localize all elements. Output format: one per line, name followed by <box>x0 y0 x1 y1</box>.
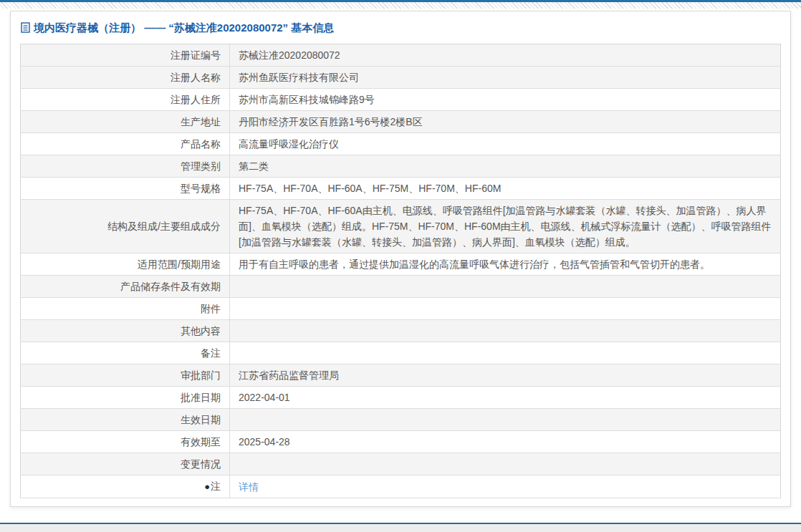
row-value: 苏州鱼跃医疗科技有限公司 <box>230 67 781 89</box>
table-row: 生效日期 <box>21 409 781 431</box>
top-stripe-pattern <box>0 2 801 9</box>
footer-band <box>0 524 801 532</box>
row-label: 变更情况 <box>21 453 230 475</box>
row-value: 2022-04-01 <box>230 387 781 409</box>
table-row: 审批部门 江苏省药品监督管理局 <box>21 364 781 387</box>
table-row: 型号规格 HF-75A、HF-70A、HF-60A、HF-75M、HF-70M、… <box>21 178 781 200</box>
row-label: 生效日期 <box>21 409 230 431</box>
details-link[interactable]: 详情 <box>239 481 259 493</box>
table-row: 生产地址 丹阳市经济开发区百胜路1号6号楼2楼B区 <box>21 111 781 133</box>
document-icon <box>21 22 30 35</box>
row-value: 高流量呼吸湿化治疗仪 <box>230 133 781 155</box>
row-value: HF-75A、HF-70A、HF-60A、HF-75M、HF-70M、HF-60… <box>230 178 781 200</box>
row-value: 丹阳市经济开发区百胜路1号6号楼2楼B区 <box>230 111 781 133</box>
row-label: 管理类别 <box>21 155 230 178</box>
table-row: 注册人住所 苏州市高新区科技城锦峰路9号 <box>21 89 781 111</box>
row-label: 生产地址 <box>21 111 230 133</box>
row-value: 2025-04-28 <box>230 431 781 453</box>
row-label: 附件 <box>21 298 230 320</box>
table-row: 变更情况 <box>21 453 781 475</box>
table-row: 有效期至 2025-04-28 <box>21 431 781 453</box>
table-row: 其他内容 <box>21 320 781 342</box>
row-value <box>230 320 781 342</box>
content-panel: 境内医疗器械（注册） —— “苏械注准20202080072” 基本信息 注册证… <box>10 11 791 507</box>
page-title: 境内医疗器械（注册） —— “苏械注准20202080072” 基本信息 <box>20 20 781 44</box>
table-row: 产品名称 高流量呼吸湿化治疗仪 <box>21 133 781 155</box>
row-label: 结构及组成/主要组成成分 <box>21 200 230 253</box>
row-label: 产品名称 <box>21 133 230 155</box>
row-value <box>230 276 781 298</box>
row-label: 批准日期 <box>21 387 230 409</box>
row-label: 有效期至 <box>21 431 230 453</box>
table-row: 附件 <box>21 298 781 320</box>
row-value: HF-75A、HF-70A、HF-60A由主机、电源线、呼吸管路组件[加温管路与… <box>230 200 781 253</box>
row-value: 详情 <box>230 475 781 498</box>
row-label: 其他内容 <box>21 320 230 342</box>
note-icon: ● <box>204 479 210 495</box>
bottom-spacer <box>0 507 801 523</box>
table-row: 注册证编号 苏械注准20202080072 <box>21 44 781 67</box>
table-row: 注册人名称 苏州鱼跃医疗科技有限公司 <box>21 67 781 89</box>
page-title-text: 境内医疗器械（注册） —— “苏械注准20202080072” 基本信息 <box>34 21 334 35</box>
note-label: 注 <box>211 480 221 492</box>
table-row: 产品储存条件及有效期 <box>21 276 781 298</box>
row-label: 型号规格 <box>21 178 230 200</box>
row-label: 注册人住所 <box>21 89 230 111</box>
row-label: 审批部门 <box>21 364 230 387</box>
row-value: 第二类 <box>230 155 781 178</box>
row-value: 江苏省药品监督管理局 <box>230 364 781 387</box>
table-row: 批准日期 2022-04-01 <box>21 387 781 409</box>
table-row: 结构及组成/主要组成成分 HF-75A、HF-70A、HF-60A由主机、电源线… <box>21 200 781 253</box>
row-label: ●注 <box>21 475 230 498</box>
row-label: 备注 <box>21 342 230 364</box>
row-value <box>230 453 781 475</box>
row-value <box>230 409 781 431</box>
table-row: 适用范围/预期用途 用于有自主呼吸的患者，通过提供加温湿化的高流量呼吸气体进行治… <box>21 253 781 276</box>
table-row: 备注 <box>21 342 781 364</box>
registration-info-table: 注册证编号 苏械注准20202080072 注册人名称 苏州鱼跃医疗科技有限公司… <box>20 44 781 498</box>
row-value: 苏州市高新区科技城锦峰路9号 <box>230 89 781 111</box>
row-label: 注册证编号 <box>21 44 230 67</box>
row-value: 用于有自主呼吸的患者，通过提供加温湿化的高流量呼吸气体进行治疗，包括气管插管和气… <box>230 253 781 276</box>
table-row: ●注 详情 <box>21 475 781 498</box>
row-label: 注册人名称 <box>21 67 230 89</box>
table-row: 管理类别 第二类 <box>21 155 781 178</box>
row-value: 苏械注准20202080072 <box>230 44 781 67</box>
row-label: 产品储存条件及有效期 <box>21 276 230 298</box>
row-label: 适用范围/预期用途 <box>21 253 230 276</box>
row-value <box>230 342 781 364</box>
row-value <box>230 298 781 320</box>
